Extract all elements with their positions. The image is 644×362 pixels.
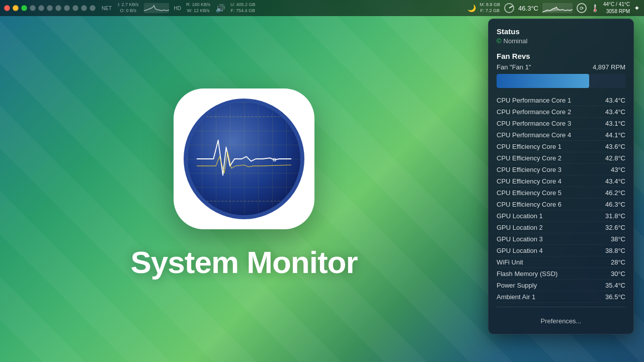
sensor-row: CPU Efficiency Core 143.6°C [497,141,625,152]
traffic-light-gray-2 [38,5,44,11]
sensor-name: CPU Efficiency Core 6 [497,201,561,208]
sensor-row: CPU Performance Core 343.1°C [497,118,625,129]
traffic-light-gray-7 [81,5,87,11]
sensor-value: 38°C [611,235,625,243]
svg-text:0%: 0% [192,200,198,204]
status-icon: © [497,37,502,45]
traffic-light-gray-4 [55,5,61,11]
sensor-value: 43.6°C [605,143,625,150]
traffic-light-gray-1 [30,5,36,11]
menubar-right: 🌙 M: 8.8 GB F: 7.2 GB 46.3°C ⟳ 🌡️ 44°C /… [467,1,640,15]
sensor-row: CPU Performance Core 243.4°C [497,107,625,118]
sensor-name: CPU Efficiency Core 5 [497,189,561,197]
fan-bar-fill [497,74,589,88]
fan-revs-title: Fan Revs [497,52,625,60]
sensor-row: CPU Efficiency Core 546.2°C [497,188,625,199]
popup-panel: Status © Nominal Fan Revs Fan "Fan 1" 4,… [488,19,634,334]
fan-revs-row: Fan "Fan 1" 4,897 RPM [497,63,625,71]
cpu-chart [542,3,573,13]
sensor-name: GPU Location 4 [497,247,543,254]
sensor-row: WiFi Unit28°C [497,257,625,268]
net-out-value: 0 B/s [126,8,137,13]
sensor-value: 42.8°C [605,154,625,162]
sensor-value: 35.4°C [605,282,625,289]
sensor-value: 43.4°C [605,108,625,116]
sensor-name: GPU Location 3 [497,235,543,243]
traffic-light-red[interactable] [4,5,10,11]
sensor-name: WiFi Unit [497,258,523,266]
traffic-light-gray-8 [90,5,96,11]
disk-label: HD [174,6,181,11]
traffic-light-green[interactable] [21,5,27,11]
preferences-button[interactable]: Preferences... [497,313,625,329]
sensor-value: 38.8°C [605,247,625,254]
sensor-name: CPU Efficiency Core 1 [497,143,561,150]
svg-text:MBS: MBS [275,211,283,215]
sensor-value: 31.8°C [605,212,625,220]
memory-stats: U: 405.2 GB F: 754.4 GB [230,2,256,14]
sensor-value: 30°C [611,270,625,278]
sensor-value: 36.5°C [605,293,625,301]
sensor-row: CPU Efficiency Core 242.8°C [497,153,625,164]
disk-write-value: 12 KB/s [194,8,210,13]
sensor-value: 43°C [611,166,625,173]
disk-read-value: 160 KB/s [192,2,211,7]
sensor-name: CPU Performance Core 3 [497,120,571,127]
thermometer-icon: 🌡️ [591,4,599,12]
disk-chart [144,3,169,13]
fan-rpm-display: 4,897 RPM [593,63,625,71]
main-temp-display: 46.3°C [518,5,538,12]
disk-stats: R: 160 KB/s W: 12 KB/s [186,2,210,14]
status-row: © Nominal [497,37,625,45]
sensor-name: CPU Efficiency Core 3 [497,166,561,173]
fan-bar-container [497,74,625,88]
app-icon: 100% 0% MBS [184,99,304,219]
sensor-row: Flash Memory (SSD)30°C [497,268,625,280]
bluetooth-icon: ✦ [634,4,640,12]
svg-text:100%: 100% [192,115,202,120]
fan-label: Fan "Fan 1" [497,63,531,71]
net-out-label: O: 0 B/s [120,8,137,14]
panel-divider [497,307,625,307]
sensor-row: Ambient Air 136.5°C [497,292,625,303]
sensor-row: GPU Location 338°C [497,234,625,245]
sensor-row: CPU Efficiency Core 646.3°C [497,199,625,210]
sensor-name: GPU Location 1 [497,212,543,220]
traffic-light-gray-5 [64,5,70,11]
app-showcase: 100% 0% MBS System Monitor [0,88,488,290]
sensor-row: GPU Location 232.6°C [497,222,625,233]
sensor-value: 43.4°C [605,97,625,104]
mem2-free: 7.2 GB [486,8,500,13]
menubar: NET I: 2.7 KB/s O: 0 B/s HD R: 160 KB/s … [0,0,644,16]
sensor-row: CPU Efficiency Core 443.4°C [497,176,625,187]
memory2-stats: M: 8.8 GB F: 7.2 GB [480,2,501,14]
mem2-used: 8.8 GB [486,2,500,7]
net-in-value: 2.7 KB/s [122,2,139,7]
fan-rpm-value: 3058 RPM [606,8,630,15]
mem-used-value: 405.2 GB [236,2,256,7]
main-content: 100% 0% MBS System Monitor Status © Nomi… [0,16,644,362]
sensor-name: Ambient Air 1 [497,293,535,301]
mem-free-value: 754.4 GB [236,8,255,13]
net-label: NET [102,6,112,11]
sensor-row: Power Supply35.4°C [497,280,625,291]
sensor-row: GPU Location 131.8°C [497,211,625,222]
sensor-row: CPU Performance Core 143.4°C [497,95,625,106]
sensor-value: 43.1°C [605,120,625,127]
sensor-row: CPU Performance Core 444.1°C [497,130,625,141]
fan-temp-value: 44°C / 41°C [603,1,630,8]
app-title: System Monitor [130,244,357,280]
fan-revs-section: Fan Revs Fan "Fan 1" 4,897 RPM [497,52,625,88]
moon-icon: 🌙 [467,4,476,12]
sensor-value: 28°C [611,258,625,266]
net-stats: I: 2.7 KB/s O: 0 B/s [118,2,139,14]
app-icon-wrapper: 100% 0% MBS [174,88,314,229]
sensor-value: 44.1°C [605,131,625,139]
menubar-stats: NET I: 2.7 KB/s O: 0 B/s HD R: 160 KB/s … [102,2,256,14]
sensor-row: GPU Location 438.8°C [497,245,625,256]
status-section: Status © Nominal [497,27,625,45]
traffic-light-gray-3 [47,5,53,11]
traffic-light-yellow[interactable] [13,5,19,11]
sensor-value: 32.6°C [605,224,625,231]
status-title: Status [497,27,625,36]
